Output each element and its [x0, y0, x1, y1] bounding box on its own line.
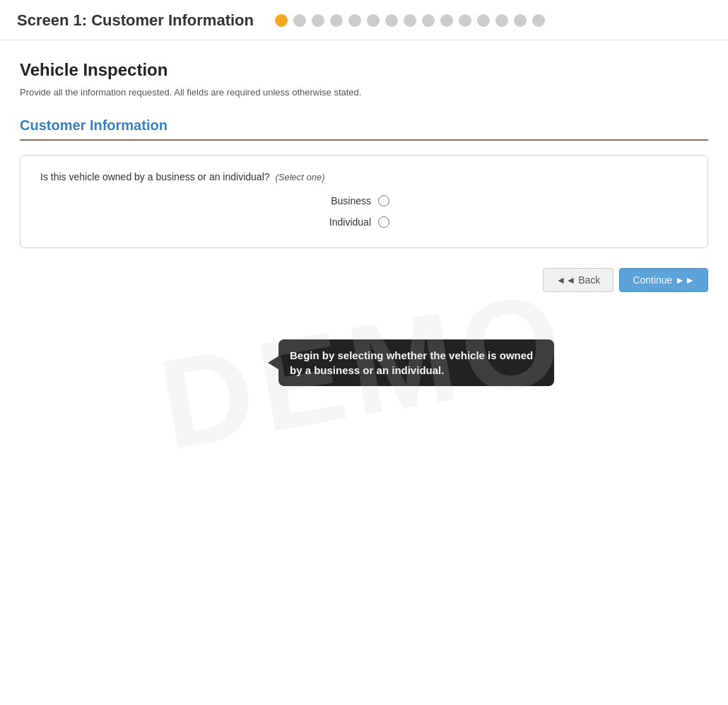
- individual-label[interactable]: Individual: [315, 216, 371, 228]
- tooltip-arrow: [268, 356, 279, 370]
- progress-dot-15: [532, 14, 545, 27]
- progress-dot-8: [404, 14, 416, 27]
- progress-dot-5: [348, 14, 361, 27]
- progress-dot-10: [440, 14, 453, 27]
- back-button[interactable]: ◄◄ Back: [543, 268, 614, 292]
- page-subtitle: Provide all the information requested. A…: [20, 87, 708, 98]
- main-content: Vehicle Inspection Provide all the infor…: [0, 40, 728, 248]
- progress-dot-2: [293, 14, 306, 27]
- progress-dot-11: [459, 14, 471, 27]
- continue-button[interactable]: Continue ►►: [619, 268, 708, 292]
- business-label[interactable]: Business: [315, 195, 371, 206]
- radio-option-business[interactable]: Business: [315, 195, 456, 206]
- progress-dot-4: [330, 14, 343, 27]
- progress-dots: [275, 14, 545, 27]
- page-title: Vehicle Inspection: [20, 60, 708, 80]
- tooltip-wrapper: Begin by selecting whether the vehicle i…: [268, 339, 554, 386]
- progress-dot-3: [312, 14, 324, 27]
- select-hint: (Select one): [275, 172, 324, 182]
- business-radio[interactable]: [378, 195, 389, 206]
- progress-dot-6: [367, 14, 380, 27]
- progress-dot-12: [477, 14, 490, 27]
- screen-title: Screen 1: Customer Information: [17, 11, 254, 30]
- section-header: Customer Information: [20, 117, 708, 141]
- form-card: Is this vehicle owned by a business or a…: [20, 155, 708, 248]
- progress-dot-9: [422, 14, 435, 27]
- progress-dot-13: [495, 14, 508, 27]
- question-text: Is this vehicle owned by a business or a…: [40, 171, 688, 182]
- header-bar: Screen 1: Customer Information: [0, 0, 728, 40]
- individual-radio[interactable]: [378, 216, 389, 228]
- question-label: Is this vehicle owned by a business or a…: [40, 171, 270, 182]
- radio-group: Business Individual: [40, 195, 688, 228]
- progress-dot-7: [385, 14, 398, 27]
- nav-buttons: ◄◄ Back Continue ►►: [0, 268, 728, 292]
- radio-option-individual[interactable]: Individual: [315, 216, 456, 228]
- tooltip-box: Begin by selecting whether the vehicle i…: [278, 339, 554, 386]
- progress-dot-1: [275, 14, 288, 27]
- progress-dot-14: [514, 14, 527, 27]
